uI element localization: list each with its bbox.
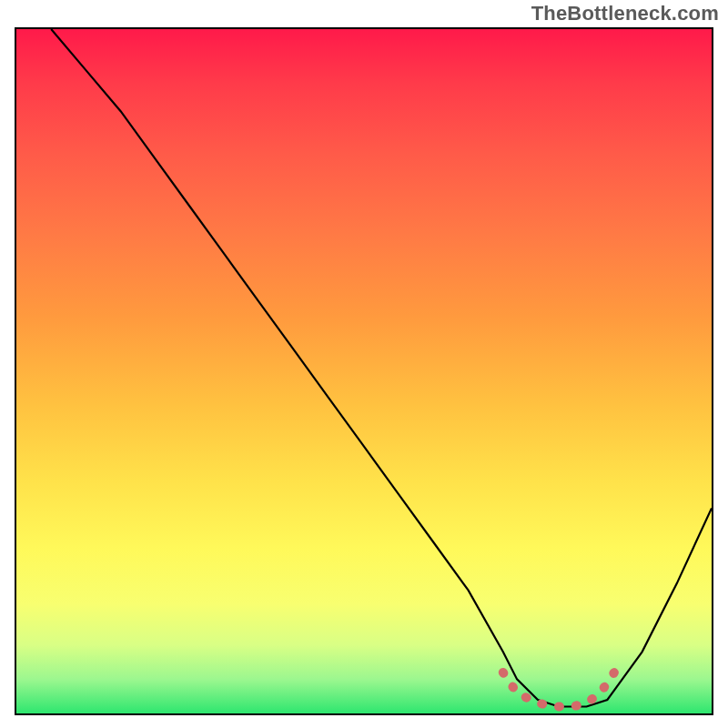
optimal-zone-path [503,672,614,707]
bottleneck-curve-path [51,29,712,707]
plot-area [15,27,713,715]
watermark-text: TheBottleneck.com [531,2,719,25]
chart-stage: TheBottleneck.com [0,0,728,728]
curve-layer [16,29,712,713]
